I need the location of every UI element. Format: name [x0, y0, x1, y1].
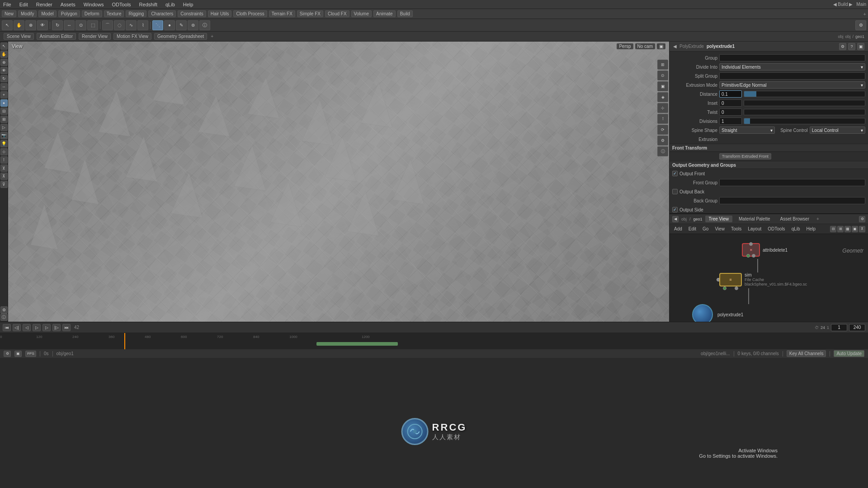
- tab-geometry-spreadsheet[interactable]: Geometry Spreadsheet: [154, 33, 207, 40]
- status-fps-btn[interactable]: FPS: [25, 351, 36, 357]
- node-panel-collapse[interactable]: ◀: [672, 216, 679, 222]
- display-mode-badge[interactable]: ▣: [657, 43, 665, 49]
- sidebar-tumble[interactable]: ↻: [0, 75, 8, 82]
- nocam-badge[interactable]: No cam: [635, 43, 655, 49]
- shelf-texture[interactable]: Texture: [104, 10, 124, 17]
- param-distance-value[interactable]: 0.1: [719, 90, 742, 98]
- node-breadcrumb-obj[interactable]: obj: [681, 217, 687, 221]
- node-tab-material[interactable]: Material Palette: [735, 216, 774, 222]
- metaball-tool[interactable]: ●: [164, 20, 175, 30]
- param-group-value[interactable]: [719, 54, 865, 61]
- status-btn-1[interactable]: ⚙: [4, 351, 11, 357]
- shelf-cloudfx[interactable]: Cloud FX: [325, 10, 349, 17]
- sidebar-settings[interactable]: ⚙: [0, 306, 8, 314]
- shelf-hairutils[interactable]: Hair Utils: [208, 10, 232, 17]
- param-frontgroup-value[interactable]: [719, 179, 865, 186]
- vp-info[interactable]: ⓘ: [657, 146, 668, 156]
- sidebar-track[interactable]: ↔: [0, 83, 8, 90]
- shelf-build[interactable]: Build: [397, 10, 413, 17]
- menu-assets[interactable]: Assets: [59, 2, 77, 7]
- btn-end[interactable]: ⏭: [62, 324, 71, 331]
- view-tool[interactable]: 👁: [37, 20, 48, 30]
- sidebar-render[interactable]: ▷: [0, 124, 8, 131]
- shelf-deform[interactable]: Deform: [82, 10, 102, 17]
- node-btn-go[interactable]: Go: [701, 226, 710, 232]
- param-inset-value[interactable]: 0: [719, 99, 742, 107]
- node-btn-qlib[interactable]: qLib: [790, 226, 802, 232]
- box-zoom-tool[interactable]: ⬚: [87, 20, 98, 30]
- display-settings[interactable]: ⚙: [855, 20, 866, 30]
- breadcrumb-obj[interactable]: obj: [845, 34, 850, 39]
- perspective-badge[interactable]: Persp: [617, 43, 633, 49]
- node-view-mode-4[interactable]: ▣: [852, 226, 858, 232]
- auto-update-btn[interactable]: Auto Update: [834, 350, 864, 357]
- tab-motion-fx[interactable]: Motion FX View: [113, 33, 151, 40]
- shelf-model[interactable]: Model: [38, 10, 56, 17]
- spiral-tool[interactable]: ⊚: [188, 20, 198, 30]
- btn-next-frame[interactable]: ▷: [42, 324, 51, 331]
- handle-tool[interactable]: ⊕: [25, 20, 36, 30]
- shelf-simplefx[interactable]: Simple FX: [297, 10, 323, 17]
- frame-end-input[interactable]: [849, 324, 865, 331]
- render-curve-tool[interactable]: ⌒: [102, 20, 113, 30]
- btn-prev-key[interactable]: ◁|: [13, 324, 21, 331]
- checkbox-output-side[interactable]: [672, 207, 678, 212]
- shelf-modify[interactable]: Modify: [18, 10, 37, 17]
- param-distance-slider[interactable]: [744, 91, 865, 97]
- param-divisions-slider[interactable]: [744, 118, 865, 124]
- shelf-animate[interactable]: Animate: [373, 10, 396, 17]
- node-btn-layout[interactable]: Layout: [746, 226, 763, 232]
- tab-scene-view[interactable]: Scene View: [4, 33, 34, 40]
- select-tool[interactable]: ↖: [2, 20, 13, 30]
- l-system-tool[interactable]: ⋱: [152, 20, 163, 30]
- param-twist-value[interactable]: 0: [719, 108, 742, 116]
- checkbox-output-back[interactable]: [672, 189, 678, 194]
- shelf-volume[interactable]: Volume: [351, 10, 372, 17]
- param-backgroup-value[interactable]: [719, 197, 865, 204]
- node-btn-view[interactable]: View: [713, 226, 726, 232]
- timeline-track[interactable]: 0 120 240 360 480 600 720 840 1000 1200: [0, 333, 868, 349]
- key-all-channels-btn[interactable]: Key All Channels: [787, 350, 826, 357]
- menu-help[interactable]: Help: [182, 2, 195, 7]
- node-canvas[interactable]: Geometr ✕ attribdelete1: [670, 234, 868, 322]
- btn-prev-frame[interactable]: ◁: [23, 324, 31, 331]
- shelf-characters[interactable]: Characters: [148, 10, 176, 17]
- drone-curve-tool[interactable]: ◌: [114, 20, 125, 30]
- param-twist-slider[interactable]: [744, 109, 865, 115]
- node-tab-treeview[interactable]: Tree View: [705, 216, 732, 222]
- params-help-btn[interactable]: ?: [848, 43, 855, 50]
- node-panel-settings[interactable]: ⚙: [859, 216, 865, 222]
- sidebar-extra2[interactable]: ⊺: [0, 156, 8, 164]
- sidebar-lights[interactable]: 💡: [0, 140, 8, 147]
- shelf-rigging[interactable]: Rigging: [126, 10, 146, 17]
- sidebar-pose[interactable]: ✋: [0, 51, 8, 58]
- sidebar-info[interactable]: ⓘ: [0, 314, 8, 321]
- shelf-terrainfx[interactable]: Terrain FX: [269, 10, 295, 17]
- node-btn-help[interactable]: Help: [805, 226, 818, 232]
- node-view-mode-3[interactable]: ▦: [844, 226, 851, 232]
- shelf-clothprocess[interactable]: Cloth Process: [233, 10, 267, 17]
- pose-tool[interactable]: ✋: [14, 20, 24, 30]
- vp-toggle-4[interactable]: ◈: [657, 92, 668, 102]
- tab-animation-editor[interactable]: Animation Editor: [37, 33, 76, 40]
- node-view-mode-1[interactable]: ⊟: [830, 226, 836, 232]
- node-btn-add[interactable]: Add: [672, 226, 684, 232]
- menu-odtools[interactable]: ODTools: [110, 2, 132, 7]
- transform-front-btn[interactable]: Transform Extruded Front: [719, 153, 771, 160]
- sidebar-view[interactable]: 👁: [0, 67, 8, 74]
- sidebar-extra3[interactable]: ⊻: [0, 164, 8, 172]
- node-btn-odtools[interactable]: ODTools: [766, 226, 787, 232]
- sidebar-active[interactable]: ●: [0, 99, 8, 107]
- sidebar-extra4[interactable]: ⊼: [0, 173, 8, 180]
- sidebar-zoom[interactable]: +: [0, 91, 8, 99]
- param-splitgroup-value[interactable]: [719, 72, 865, 80]
- node-view-mode-2[interactable]: ⊞: [837, 226, 844, 232]
- node-attribdelete1[interactable]: ✕ attribdelete1: [742, 243, 788, 257]
- node-btn-tools[interactable]: Tools: [729, 226, 743, 232]
- status-node-path[interactable]: obj/geo1nelli...: [701, 351, 730, 356]
- param-inset-slider[interactable]: [744, 100, 865, 106]
- vp-toggle-1[interactable]: ⊞: [657, 60, 668, 70]
- path-spray-tool[interactable]: ∿: [126, 20, 137, 30]
- node-breadcrumb-geo1[interactable]: geo1: [693, 217, 703, 221]
- node-sim[interactable]: ≡ sim File Cache blackSphere_v01.sim.$F4…: [719, 272, 807, 286]
